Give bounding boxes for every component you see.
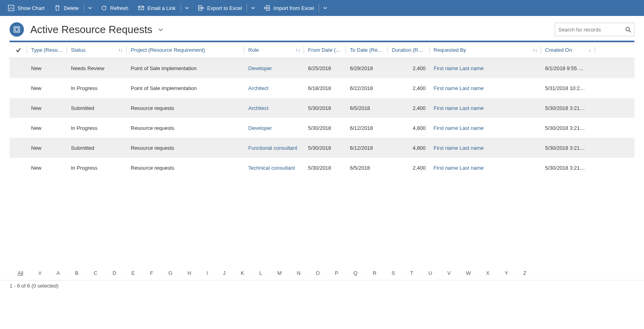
alpha-filter-q[interactable]: Q [353,270,357,276]
search-box[interactable] [555,23,634,36]
alpha-filter-a[interactable]: A [57,270,60,276]
cell-project: Point of Sale implementation [127,78,244,98]
column-requested-by[interactable]: Requested By↑↓ [430,42,541,58]
svg-rect-5 [15,28,18,31]
alpha-filter-c[interactable]: C [94,270,97,276]
search-icon[interactable] [625,27,631,33]
column-type[interactable]: Type (Reso… [27,42,67,58]
cell-type: New [27,58,67,78]
refresh-label: Refresh [110,5,129,11]
alpha-filter-d[interactable]: D [112,270,116,276]
alpha-filter-all[interactable]: All [18,270,23,276]
search-input[interactable] [558,27,625,33]
table-row[interactable]: NewSubmittedResource requestsArchitect5/… [10,98,634,118]
alpha-filter-y[interactable]: Y [505,270,508,276]
column-to-date[interactable]: To Date (Re… [346,42,388,58]
column-project[interactable]: Project (Resource Requirement) [127,42,244,58]
alpha-filter-x[interactable]: X [486,270,490,276]
cell-type: New [27,138,67,158]
row-checkbox[interactable] [10,78,27,98]
svg-point-6 [626,27,630,31]
import-excel-dropdown[interactable] [319,0,331,16]
row-checkbox[interactable] [10,158,27,178]
view-selector[interactable]: Active Resource Requests [30,24,163,36]
column-duration[interactable]: Duration (R… [388,42,430,58]
cell-status: Submitted [67,98,127,118]
cell-role-link[interactable]: Architect [244,98,304,118]
alpha-filter-p[interactable]: P [335,270,338,276]
cell-requested-by-link[interactable]: First name Last name [430,98,541,118]
alpha-filter-bar: All#ABCDEFGHIJKLMNOPQRSTUVWXYZ [10,265,634,278]
show-chart-button[interactable]: Show Chart [3,0,49,16]
cell-to-date: 6/29/2018 [346,58,388,78]
row-checkbox[interactable] [10,98,27,118]
column-role[interactable]: Role↑↓ [244,42,304,58]
alpha-filter-v[interactable]: V [448,270,451,276]
alpha-filter-u[interactable]: U [428,270,432,276]
cell-from-date: 6/25/2018 [304,58,346,78]
alpha-filter-b[interactable]: B [75,270,79,276]
alpha-filter-m[interactable]: M [277,270,282,276]
email-link-button[interactable]: Email a Link [133,0,181,16]
alpha-filter-l[interactable]: L [259,270,262,276]
cell-requested-by-link[interactable]: First name Last name [430,78,541,98]
delete-dropdown[interactable] [84,0,96,16]
cell-role-link[interactable]: Developer [244,118,304,138]
alpha-filter-z[interactable]: Z [523,270,526,276]
cell-requested-by-link[interactable]: First name Last name [430,58,541,78]
sort-desc-icon: ↓ [589,47,591,53]
export-excel-button[interactable]: Export to Excel [193,0,247,16]
alpha-filter-f[interactable]: F [150,270,153,276]
cell-project: Resource requests [127,138,244,158]
row-checkbox[interactable] [10,118,27,138]
cell-to-date: 6/12/2018 [346,118,388,138]
table-row[interactable]: NewIn ProgressResource requestsTechnical… [10,158,634,178]
delete-button[interactable]: Delete [49,0,84,16]
alpha-filter-s[interactable]: S [392,270,395,276]
cell-duration: 2,400 [388,158,430,178]
cell-requested-by-link[interactable]: First name Last name [430,118,541,138]
email-link-dropdown[interactable] [181,0,193,16]
alpha-filter-t[interactable]: T [410,270,413,276]
alpha-filter-g[interactable]: G [168,270,172,276]
cell-duration: 2,400 [388,58,430,78]
alpha-filter-j[interactable]: J [223,270,226,276]
cell-requested-by-link[interactable]: First name Last name [430,138,541,158]
table-row[interactable]: NewNeeds ReviewPoint of Sale implementat… [10,58,634,78]
column-from-date[interactable]: From Date (… [304,42,346,58]
cell-from-date: 5/30/2018 [304,118,346,138]
column-created-on[interactable]: Created On↓ [541,42,595,58]
alpha-filter-o[interactable]: O [316,270,320,276]
cell-to-date: 6/5/2018 [346,158,388,178]
column-status[interactable]: Status↑↓ [67,42,127,58]
alpha-filter-k[interactable]: K [241,270,244,276]
import-excel-button[interactable]: Import from Excel [259,0,319,16]
alpha-filter-#[interactable]: # [38,270,41,276]
table-row[interactable]: NewIn ProgressPoint of Sale implementati… [10,78,634,98]
cell-role-link[interactable]: Functional consultant [244,138,304,158]
alpha-filter-e[interactable]: E [132,270,135,276]
svg-rect-4 [14,27,20,32]
alpha-filter-w[interactable]: W [466,270,471,276]
cell-role-link[interactable]: Architect [244,78,304,98]
cell-role-link[interactable]: Technical consultant [244,158,304,178]
alpha-filter-i[interactable]: I [206,270,208,276]
cell-role-link[interactable]: Developer [244,58,304,78]
row-checkbox[interactable] [10,138,27,158]
cell-duration: 4,800 [388,138,430,158]
export-excel-dropdown[interactable] [247,0,259,16]
table-row[interactable]: NewIn ProgressResource requestsDeveloper… [10,118,634,138]
cell-requested-by-link[interactable]: First name Last name [430,158,541,178]
refresh-button[interactable]: Refresh [96,0,134,16]
cell-status: Needs Review [67,58,127,78]
select-all-checkbox[interactable] [10,42,27,58]
alpha-filter-h[interactable]: H [188,270,191,276]
table-row[interactable]: NewSubmittedResource requestsFunctional … [10,138,634,158]
entity-icon [10,22,24,37]
alpha-filter-r[interactable]: R [373,270,376,276]
row-checkbox[interactable] [10,58,27,78]
cell-project: Resource requests [127,118,244,138]
alpha-filter-n[interactable]: N [297,270,300,276]
cell-from-date: 5/30/2018 [304,138,346,158]
cell-from-date: 5/30/2018 [304,98,346,118]
